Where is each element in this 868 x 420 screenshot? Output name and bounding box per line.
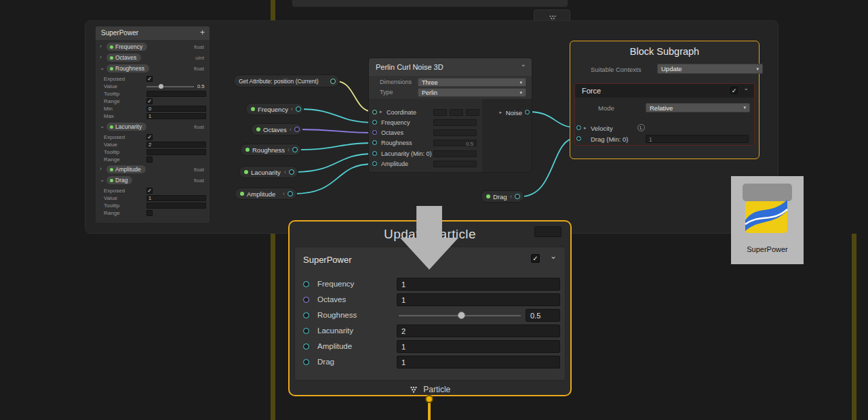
tooltip-field[interactable] [146, 203, 206, 209]
mode-dropdown[interactable]: Relative▾ [646, 103, 750, 112]
collapse-icon[interactable]: ‹ [284, 169, 286, 175]
chevron-down-icon[interactable]: ⌄ [550, 251, 557, 261]
param-row-frequency[interactable]: › Frequency float [96, 43, 210, 51]
contexts-dropdown[interactable]: Update▾ [657, 64, 763, 74]
param-row-lacunarity[interactable]: ⌄ Lacunarity float [96, 123, 210, 131]
component-field[interactable] [466, 109, 479, 116]
param-row-roughness[interactable]: ⌄ Roughness float [96, 64, 210, 73]
value-field[interactable]: 2 [397, 324, 560, 337]
max-field[interactable]: 1 [146, 113, 206, 119]
expander-icon[interactable]: ⌄ [100, 123, 105, 129]
range-checkbox[interactable] [146, 210, 153, 216]
output-port[interactable] [294, 127, 300, 132]
param-node-frequency[interactable]: Frequency ‹ [245, 103, 304, 115]
param-pill[interactable]: Drag [106, 176, 132, 184]
param-pill[interactable]: Roughness [106, 64, 149, 72]
expander-icon[interactable]: › [100, 165, 102, 172]
input-port[interactable] [372, 161, 377, 166]
block-enabled-checkbox[interactable]: ✓ [531, 254, 540, 263]
expander-icon[interactable]: ⌄ [100, 176, 105, 183]
param-pill[interactable]: Frequency [106, 43, 147, 51]
param-pill[interactable]: Amplitude [106, 165, 146, 173]
add-parameter-button[interactable]: + [200, 28, 205, 37]
value-field[interactable]: 1 [397, 278, 560, 291]
output-port[interactable] [289, 169, 294, 175]
param-node-octaves[interactable]: Octaves ‹ [251, 123, 302, 135]
range-checkbox[interactable]: ✓ [146, 98, 153, 104]
param-node-lacunarity[interactable]: Lacunarity ‹ [239, 166, 298, 178]
param-port[interactable] [303, 312, 309, 318]
value-field[interactable]: 1 [146, 195, 206, 201]
value-field[interactable]: 0.5 [526, 309, 560, 322]
type-dropdown[interactable]: Perlin▾ [418, 88, 526, 97]
input-port[interactable] [372, 130, 377, 135]
output-port[interactable] [515, 194, 520, 199]
expander-icon[interactable]: › [100, 54, 102, 60]
value-field[interactable]: 0.5 [433, 140, 477, 146]
context-option-box[interactable] [534, 226, 561, 237]
value-field[interactable] [433, 161, 477, 167]
output-port[interactable] [296, 106, 301, 112]
expander-icon[interactable]: ▸ [584, 125, 587, 131]
component-field[interactable] [433, 109, 447, 116]
input-port[interactable] [576, 125, 581, 130]
input-port[interactable] [372, 151, 377, 156]
slider-handle[interactable] [159, 84, 163, 89]
exposed-checkbox[interactable]: ✓ [146, 188, 153, 194]
tooltip-field[interactable] [146, 91, 206, 97]
collapse-icon[interactable]: ‹ [290, 126, 292, 133]
chevron-down-icon[interactable]: ⌄ [521, 60, 526, 68]
param-port[interactable] [303, 343, 309, 350]
collapse-icon[interactable]: ‹ [291, 106, 293, 112]
exposed-checkbox[interactable]: ✓ [146, 76, 153, 82]
param-row-drag[interactable]: ⌄ Drag float [96, 176, 210, 185]
input-port[interactable] [576, 136, 581, 141]
slider-handle[interactable] [458, 312, 465, 319]
value-field[interactable] [433, 150, 477, 157]
output-port[interactable] [292, 147, 298, 152]
value-field[interactable]: 1 [397, 340, 560, 353]
param-port[interactable] [303, 281, 309, 287]
input-port[interactable] [372, 120, 377, 125]
expander-icon[interactable]: ▸ [380, 109, 382, 114]
slider-track[interactable] [146, 86, 194, 87]
block-subgraph-node[interactable]: Block Subgraph Suitable Contexts Update▾… [570, 41, 760, 159]
param-row-octaves[interactable]: › Octaves uint [96, 54, 210, 62]
dimensions-dropdown[interactable]: Three▾ [418, 78, 526, 87]
tooltip-field[interactable] [146, 149, 206, 155]
collapse-icon[interactable]: ‹ [510, 193, 512, 200]
input-port[interactable] [372, 110, 377, 114]
output-port[interactable] [525, 110, 530, 114]
force-block-header[interactable]: Force ✓ ⌄ [575, 84, 754, 98]
value-field[interactable]: 2 [146, 142, 206, 148]
collapse-icon[interactable]: ‹ [283, 190, 285, 197]
param-port[interactable] [303, 328, 309, 334]
node-header[interactable]: Perlin Curl Noise 3D ⌄ [369, 58, 532, 76]
force-block[interactable]: Force ✓ ⌄ Mode Relative▾ ▸ Velocity L Dr… [574, 83, 755, 146]
param-node-drag[interactable]: Drag ‹ [481, 190, 524, 203]
value-field[interactable] [433, 119, 477, 126]
perlin-curl-noise-node[interactable]: Perlin Curl Noise 3D ⌄ Dimensions Three▾… [368, 58, 532, 173]
param-pill[interactable]: Octaves [106, 54, 141, 62]
param-port[interactable] [303, 297, 309, 303]
output-port[interactable] [330, 79, 336, 84]
block-enabled-checkbox[interactable]: ✓ [730, 87, 738, 94]
param-pill[interactable]: Lacunarity [106, 123, 146, 131]
min-field[interactable]: 0 [146, 106, 206, 112]
param-node-amplitude[interactable]: Amplitude ‹ [235, 188, 297, 200]
value-field[interactable]: 1 [397, 356, 560, 369]
param-node-roughness[interactable]: Roughness ‹ [240, 144, 301, 156]
range-checkbox[interactable] [146, 156, 153, 163]
output-port[interactable] [288, 191, 293, 196]
param-row-amplitude[interactable]: › Amplitude float [96, 165, 210, 174]
chevron-down-icon[interactable]: ⌄ [743, 85, 749, 91]
value-field[interactable]: 1 [397, 293, 560, 306]
get-attribute-node[interactable]: Get Attribute: position (Current) [233, 75, 340, 87]
exposed-checkbox[interactable]: ✓ [146, 134, 153, 140]
expander-icon[interactable]: ⌄ [100, 64, 105, 71]
input-port[interactable] [372, 140, 377, 145]
value-field[interactable] [433, 129, 477, 136]
expander-icon[interactable]: › [100, 43, 102, 49]
context-output-port[interactable] [425, 395, 433, 403]
param-port[interactable] [303, 359, 309, 365]
